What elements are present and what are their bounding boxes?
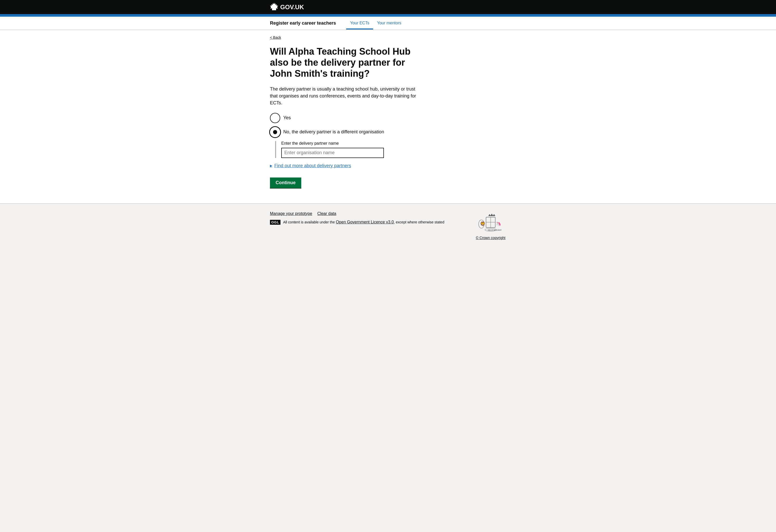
input-label: Enter the delivery partner name — [281, 141, 424, 146]
ogl-logo: OGL — [270, 220, 280, 225]
licence-description: All content is available under the Open … — [283, 220, 444, 224]
radio-yes-label[interactable]: Yes — [283, 115, 291, 120]
govuk-wordmark: GOV.UK — [280, 4, 304, 11]
nav-bar: Register early career teachers Your ECTs… — [0, 17, 776, 30]
nav-tab-mentors[interactable]: Your mentors — [373, 17, 405, 29]
footer-copyright: 🦁 🦄 DIEU ET MON DROIT © Crown copyright — [475, 211, 506, 240]
crown-copyright-svg: 🦁 🦄 DIEU ET MON DROIT — [475, 211, 506, 234]
nav-tab-ects[interactable]: Your ECTs — [346, 17, 373, 29]
page-heading: Will Alpha Teaching School Hub also be t… — [270, 46, 424, 79]
footer-licence: OGL All content is available under the O… — [270, 220, 475, 225]
licence-link[interactable]: Open Government Licence v3.0 — [336, 220, 394, 224]
body-text: The delivery partner is usually a teachi… — [270, 86, 424, 106]
form-group: Will Alpha Teaching School Hub also be t… — [270, 46, 424, 188]
radio-no-item: No, the delivery partner is a different … — [270, 127, 424, 137]
nav-tab-mentors-link[interactable]: Your mentors — [373, 17, 405, 29]
crown-copyright-logo: 🦁 🦄 DIEU ET MON DROIT © Crown copyright — [475, 211, 506, 240]
govuk-logo-link[interactable]: GOV.UK — [270, 3, 304, 12]
back-link[interactable]: Back — [270, 35, 281, 39]
svg-text:🦄: 🦄 — [496, 221, 501, 227]
svg-text:DIEU ET MON DROIT: DIEU ET MON DROIT — [488, 229, 502, 231]
crown-icon — [270, 3, 278, 12]
footer: Manage your prototype Clear data OGL All… — [0, 203, 776, 245]
radio-no-input[interactable] — [270, 127, 280, 137]
organisation-name-input[interactable] — [281, 148, 384, 158]
radio-group: Yes No, the delivery partner is a differ… — [270, 113, 424, 158]
nav-tabs: Your ECTs Your mentors — [346, 17, 405, 29]
svg-text:🦁: 🦁 — [480, 221, 486, 227]
radio-no-label[interactable]: No, the delivery partner is a different … — [283, 129, 384, 135]
nav-tab-ects-link[interactable]: Your ECTs — [346, 17, 373, 29]
crown-copyright-link[interactable]: © Crown copyright — [476, 236, 505, 240]
clear-data-link[interactable]: Clear data — [318, 211, 337, 216]
radio-yes-input[interactable] — [270, 113, 280, 123]
conditional-reveal: Enter the delivery partner name — [275, 141, 424, 158]
details-summary[interactable]: Find out more about delivery partners — [270, 163, 424, 169]
header: GOV.UK — [0, 0, 776, 17]
main-content: Back Will Alpha Teaching School Hub also… — [0, 30, 776, 203]
licence-text: All content is available under the — [283, 220, 336, 224]
licence-suffix: , except where otherwise stated — [394, 220, 444, 224]
details-summary-text: Find out more about delivery partners — [274, 163, 351, 169]
govuk-logotype: GOV.UK — [270, 3, 304, 12]
continue-button[interactable]: Continue — [270, 178, 301, 188]
footer-links: Manage your prototype Clear data — [270, 211, 475, 216]
radio-yes-item: Yes — [270, 113, 424, 123]
nav-title: Register early career teachers — [270, 17, 336, 30]
details-delivery-partners[interactable]: Find out more about delivery partners — [270, 163, 424, 169]
footer-left: Manage your prototype Clear data OGL All… — [270, 211, 475, 225]
manage-prototype-link[interactable]: Manage your prototype — [270, 211, 312, 216]
